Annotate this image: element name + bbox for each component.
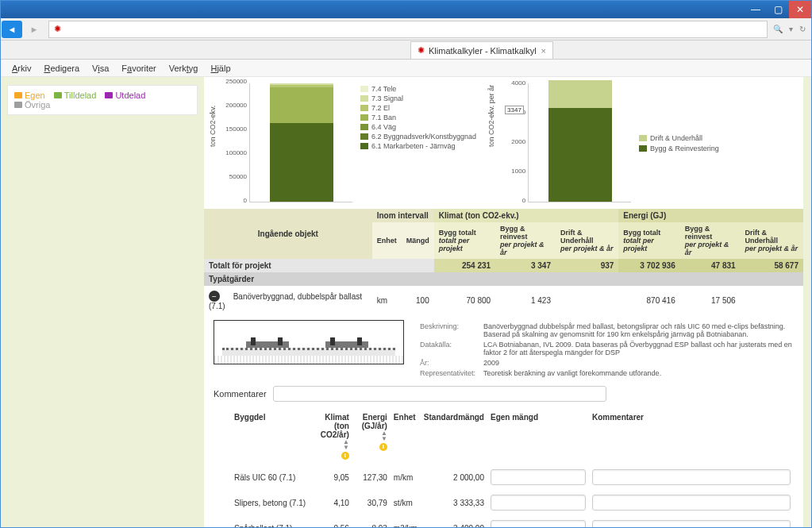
chart1-bar (270, 83, 333, 202)
tag-ovriga[interactable]: Övriga (14, 100, 50, 110)
menu-visa[interactable]: Visa (87, 62, 114, 75)
egen-mangd-input[interactable] (491, 520, 586, 527)
menu-verktyg[interactable]: Verktyg (164, 62, 203, 75)
col-byggdel[interactable]: Byggdel (231, 408, 311, 464)
tag-utdelad[interactable]: Utdelad (105, 91, 145, 100)
browser-tabs: ✺ Klimatkalkyler - Klimatkalkyl × (1, 40, 811, 60)
detail-panel: Beskrivning:Banöverbyggnad dubbelspår me… (204, 315, 803, 384)
site-favicon: ✺ (54, 24, 65, 35)
tag-tilldelad[interactable]: Tilldelad (54, 91, 97, 100)
kommentar-input[interactable] (592, 520, 791, 527)
back-button[interactable]: ◄ (2, 21, 22, 38)
col-klimat[interactable]: Klimat (ton CO2/år) ▲▼i (311, 408, 352, 464)
maximize-button[interactable]: ▢ (767, 1, 789, 18)
folder-icon (14, 92, 22, 98)
chart2-legend: Drift & Underhåll Bygg & Reinvestering (639, 132, 719, 155)
tab-favicon: ✺ (418, 45, 425, 56)
tag-egen[interactable]: Egen (14, 91, 45, 100)
folder-filter: Egen Tilldelad Utdelad Övriga (7, 85, 198, 115)
collapse-button[interactable]: − (209, 291, 220, 302)
minimize-button[interactable]: — (745, 1, 767, 18)
chart1-ylabel: ton CO2-ekv. (209, 105, 217, 146)
main-panel: ton CO2-ekv. 0 50000 100000 150000 20000… (204, 77, 803, 527)
tab-close-icon[interactable]: × (541, 46, 546, 56)
chart1-legend: 7.4 Tele 7.3 Signal 7.2 El 7.1 Ban 6.4 V… (360, 83, 476, 202)
col-enhet[interactable]: Enhet (391, 408, 421, 464)
col-egen[interactable]: Egen mängd (487, 408, 589, 464)
app-window: — ▢ ✕ ◄ ► ✺ 🔍 ▾ ↻ ✺ Klimatkalkyler - Kli… (0, 0, 812, 528)
sidebar: Egen Tilldelad Utdelad Övriga (1, 77, 204, 527)
menu-arkiv[interactable]: Arkiv (7, 62, 36, 75)
chart2-bar (548, 80, 612, 202)
col-kommentarer[interactable]: Kommentarer (589, 408, 794, 464)
charts-row: ton CO2-ekv. 0 50000 100000 150000 20000… (204, 77, 803, 209)
chart2-ylabel: ton CO2-ekv. per år (487, 84, 495, 146)
tab-klimatkalkyl[interactable]: ✺ Klimatkalkyler - Klimatkalkyl × (410, 41, 553, 59)
address-bar[interactable]: ✺ (48, 21, 768, 38)
menu-favoriter[interactable]: Favoriter (117, 62, 160, 75)
forward-button[interactable]: ► (24, 21, 44, 38)
table-row: Slipers, betong (7.1)4,1030,79st/km3 333… (214, 490, 794, 515)
summary-table: Ingående objekt Inom intervall Klimat (t… (204, 209, 803, 315)
folder-icon (54, 92, 62, 98)
col-standard[interactable]: Standardmängd (421, 408, 487, 464)
col-energi[interactable]: Energi (GJ/år) ▲▼i (352, 408, 391, 464)
tab-title: Klimatkalkyler - Klimatkalkyl (429, 46, 537, 56)
egen-mangd-input[interactable] (491, 495, 586, 511)
cross-section-illustration (214, 320, 404, 364)
refresh-button[interactable]: ↻ (797, 25, 808, 33)
egen-mangd-input[interactable] (491, 469, 586, 485)
menu-hjalp[interactable]: Hjälp (206, 62, 235, 75)
menubar: Arkiv Redigera Visa Favoriter Verktyg Hj… (1, 60, 811, 77)
chart-per-year: ton CO2-ekv. per år 0 1000 2000 3000 400… (492, 83, 719, 202)
kommentar-input[interactable] (273, 386, 606, 402)
folder-icon (105, 92, 113, 98)
kommentar-row: Kommentarer (204, 384, 803, 403)
search-icon[interactable]: 🔍 (771, 25, 785, 33)
kommentar-label: Kommentarer (214, 389, 267, 399)
close-button[interactable]: ✕ (789, 1, 811, 18)
browser-nav: ◄ ► ✺ 🔍 ▾ ↻ (1, 18, 811, 40)
table-row: Spårballast (7.1)0,568,93m3/km3 400,00 (214, 515, 794, 527)
detail-meta: Beskrivning:Banöverbyggnad dubbelspår me… (420, 320, 794, 380)
kommentar-input[interactable] (592, 469, 791, 485)
info-icon[interactable]: i (379, 443, 387, 451)
menu-redigera[interactable]: Redigera (39, 62, 84, 75)
chart-total: ton CO2-ekv. 0 50000 100000 150000 20000… (214, 83, 476, 202)
titlebar: — ▢ ✕ (1, 1, 811, 18)
table-row: Räls UIC 60 (7.1)9,05127,30m/km2 000,00 (214, 464, 794, 490)
folder-icon (14, 102, 22, 108)
content-area: Egen Tilldelad Utdelad Övriga ton CO2-ek… (1, 77, 811, 527)
parts-table: Byggdel Klimat (ton CO2/år) ▲▼i Energi (… (214, 408, 794, 527)
kommentar-input[interactable] (592, 495, 791, 511)
info-icon[interactable]: i (341, 452, 349, 460)
